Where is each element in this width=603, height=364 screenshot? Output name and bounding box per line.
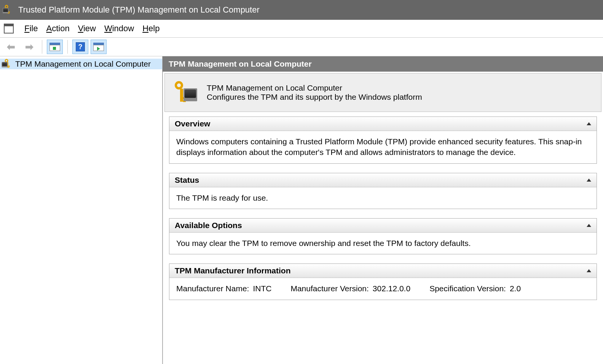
- section-available-options: Available Options You may clear the TPM …: [169, 218, 597, 254]
- intro-title: TPM Management on Local Computer: [207, 83, 422, 93]
- section-manufacturer-header[interactable]: TPM Manufacturer Information: [169, 264, 597, 278]
- toolbar-separator: [42, 40, 42, 54]
- collapse-caret-icon: [587, 224, 591, 227]
- manufacturer-row: Manufacturer Name: INTC Manufacturer Ver…: [176, 283, 590, 294]
- action-pane-icon: [93, 43, 104, 51]
- section-title: Available Options: [175, 221, 242, 230]
- tpm-key-icon: [4, 60, 12, 68]
- nav-back-button[interactable]: ⬅: [3, 40, 19, 54]
- section-manufacturer: TPM Manufacturer Information Manufacture…: [169, 263, 597, 300]
- tpm-key-large-icon: [172, 80, 197, 105]
- console-tree-icon: [49, 43, 60, 51]
- section-overview-header[interactable]: Overview: [169, 117, 597, 131]
- section-title: Status: [175, 176, 199, 185]
- content-pane: TPM Management on Local Computer TPM Man…: [163, 56, 603, 364]
- content-header: TPM Management on Local Computer: [163, 56, 603, 72]
- toolbar-separator: [67, 40, 68, 54]
- window-title: Trusted Platform Module (TPM) Management…: [18, 5, 260, 15]
- tpm-key-icon: [4, 5, 14, 15]
- show-hide-action-pane-button[interactable]: [91, 40, 107, 54]
- manufacturer-name-label: Manufacturer Name:: [176, 283, 249, 294]
- specification-version-value: 2.0: [510, 283, 521, 294]
- section-title: TPM Manufacturer Information: [175, 266, 291, 275]
- tree-item-label: TPM Management on Local Computer: [15, 59, 151, 69]
- section-options-body: You may clear the TPM to remove ownershi…: [169, 233, 597, 254]
- manufacturer-name-value: INTC: [253, 283, 271, 294]
- nav-forward-button[interactable]: ➡: [21, 40, 37, 54]
- collapse-caret-icon: [587, 122, 591, 125]
- help-icon: ?: [76, 42, 85, 51]
- menu-action[interactable]: Action: [46, 24, 69, 34]
- menu-window[interactable]: Window: [104, 24, 134, 34]
- collapse-caret-icon: [587, 269, 591, 272]
- section-options-header[interactable]: Available Options: [169, 219, 597, 233]
- menu-file[interactable]: File: [24, 24, 38, 34]
- section-status: Status The TPM is ready for use.: [169, 173, 597, 209]
- section-overview-body: Windows computers containing a Trusted P…: [169, 131, 597, 163]
- menu-bar: File Action View Window Help File Action…: [0, 20, 603, 37]
- manufacturer-version-value: 302.12.0.0: [373, 283, 410, 294]
- collapse-caret-icon: [587, 179, 591, 182]
- menu-view[interactable]: View: [78, 24, 96, 34]
- intro-subtitle: Configures the TPM and its support by th…: [207, 93, 422, 102]
- intro-panel: TPM Management on Local Computer Configu…: [164, 73, 601, 112]
- window-titlebar: Trusted Platform Module (TPM) Management…: [0, 0, 603, 20]
- section-status-header[interactable]: Status: [169, 173, 597, 187]
- section-title: Overview: [175, 119, 210, 128]
- menu-help[interactable]: Help: [142, 24, 160, 34]
- show-hide-console-tree-button[interactable]: [47, 40, 63, 54]
- specification-version-label: Specification Version:: [429, 283, 506, 294]
- help-button[interactable]: ?: [72, 40, 88, 54]
- arrow-right-icon: ➡: [25, 41, 34, 53]
- arrow-left-icon: ⬅: [7, 41, 15, 53]
- app-menu-icon: [4, 24, 14, 34]
- section-overview: Overview Windows computers containing a …: [169, 117, 597, 164]
- toolbar: ⬅ ➡ ?: [0, 37, 603, 56]
- console-tree-pane: TPM Management on Local Computer: [0, 56, 163, 364]
- content-header-title: TPM Management on Local Computer: [169, 59, 312, 69]
- tree-item-tpm-root[interactable]: TPM Management on Local Computer: [0, 59, 162, 69]
- manufacturer-version-label: Manufacturer Version:: [290, 283, 368, 294]
- section-status-body: The TPM is ready for use.: [169, 187, 597, 209]
